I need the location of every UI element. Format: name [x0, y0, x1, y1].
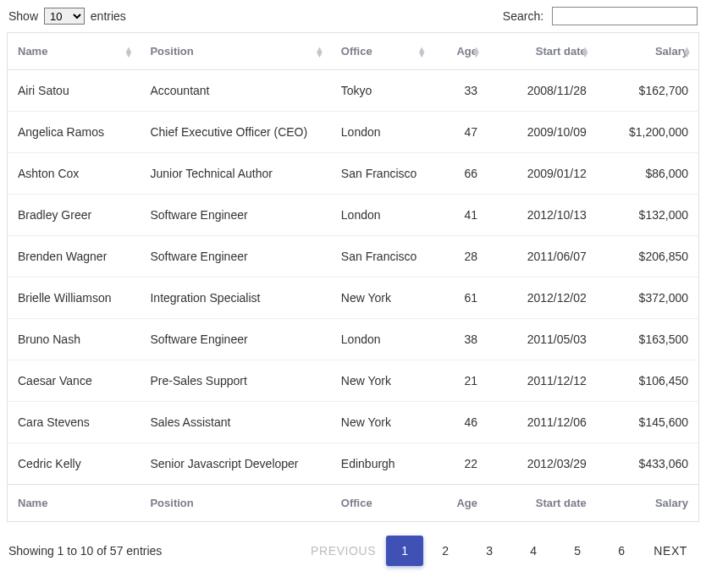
cell-age: 38: [433, 319, 488, 360]
cell-salary: $206,850: [597, 236, 699, 278]
cell-office: San Francisco: [331, 236, 433, 278]
cell-position: Senior Javascript Developer: [140, 443, 330, 485]
cell-position: Pre-Sales Support: [140, 360, 330, 402]
cell-start: 2011/06/07: [488, 236, 597, 278]
cell-age: 22: [433, 443, 488, 485]
cell-name: Brielle Williamson: [8, 278, 141, 319]
cell-name: Cara Stevens: [8, 402, 141, 443]
cell-salary: $163,500: [597, 319, 699, 360]
pagination-page-1[interactable]: 1: [386, 536, 423, 566]
table-row[interactable]: Brenden WagnerSoftware EngineerSan Franc…: [8, 236, 699, 278]
cell-salary: $372,000: [597, 278, 699, 319]
cell-salary: $1,200,000: [597, 112, 699, 153]
pagination-page-6[interactable]: 6: [599, 536, 643, 566]
sort-icon: ▲▼: [682, 47, 692, 57]
pagination-next[interactable]: NEXT: [643, 536, 698, 566]
show-label: Show: [8, 9, 38, 23]
column-footer-name: Name: [8, 485, 141, 522]
table-row[interactable]: Cedric KellySenior Javascript DeveloperE…: [8, 443, 699, 485]
column-footer-position: Position: [140, 485, 330, 522]
cell-start: 2012/10/13: [488, 195, 597, 236]
cell-office: London: [331, 112, 433, 153]
column-header-age[interactable]: Age▲▼: [433, 33, 488, 70]
cell-name: Airi Satou: [8, 70, 141, 112]
cell-office: San Francisco: [331, 153, 433, 195]
table-row[interactable]: Ashton CoxJunior Technical AuthorSan Fra…: [8, 153, 699, 195]
cell-age: 41: [433, 195, 488, 236]
column-footer-start: Start date: [488, 485, 597, 522]
table-body: Airi SatouAccountantTokyo332008/11/28$16…: [8, 70, 699, 485]
pagination-previous: PREVIOUS: [301, 536, 386, 566]
cell-salary: $433,060: [597, 443, 699, 485]
page-length-select[interactable]: 102550100: [44, 8, 85, 25]
pagination-page-3[interactable]: 3: [467, 536, 511, 566]
sort-icon: ▲▼: [315, 47, 324, 57]
sort-icon: ▲▼: [124, 47, 134, 57]
cell-start: 2009/01/12: [488, 153, 597, 195]
table-row[interactable]: Angelica RamosChief Executive Officer (C…: [8, 112, 699, 153]
cell-age: 46: [433, 402, 488, 443]
column-footer-office: Office: [331, 485, 433, 522]
cell-age: 33: [433, 70, 488, 112]
cell-office: London: [331, 319, 433, 360]
table-row[interactable]: Caesar VancePre-Sales SupportNew York212…: [8, 360, 699, 402]
cell-age: 66: [433, 153, 488, 195]
search-control: Search:: [503, 7, 698, 25]
column-footer-salary: Salary: [597, 485, 699, 522]
search-label: Search:: [503, 9, 543, 23]
table-row[interactable]: Brielle WilliamsonIntegration Specialist…: [8, 278, 699, 319]
cell-position: Sales Assistant: [140, 402, 330, 443]
table-row[interactable]: Bruno NashSoftware EngineerLondon382011/…: [8, 319, 699, 360]
column-header-label: Name: [18, 45, 47, 58]
cell-salary: $162,700: [597, 70, 699, 112]
pagination-page-2[interactable]: 2: [423, 536, 467, 566]
pagination-page-4[interactable]: 4: [511, 536, 555, 566]
column-header-label: Office: [341, 45, 372, 58]
table-row[interactable]: Cara StevensSales AssistantNew York46201…: [8, 402, 699, 443]
cell-name: Angelica Ramos: [8, 112, 141, 153]
column-header-office[interactable]: Office▲▼: [331, 33, 433, 70]
sort-icon: ▲▼: [472, 47, 481, 57]
cell-name: Bruno Nash: [8, 319, 141, 360]
cell-start: 2011/12/06: [488, 402, 597, 443]
cell-position: Software Engineer: [140, 319, 330, 360]
cell-name: Caesar Vance: [8, 360, 141, 402]
cell-office: London: [331, 195, 433, 236]
cell-office: Edinburgh: [331, 443, 433, 485]
cell-start: 2012/12/02: [488, 278, 597, 319]
column-header-start[interactable]: Start date▲▼: [488, 33, 597, 70]
cell-position: Software Engineer: [140, 195, 330, 236]
sort-icon: ▲▼: [417, 47, 427, 57]
cell-salary: $132,000: [597, 195, 699, 236]
search-input[interactable]: [552, 7, 698, 25]
cell-office: Tokyo: [331, 70, 433, 112]
cell-age: 61: [433, 278, 488, 319]
column-header-position[interactable]: Position▲▼: [140, 33, 330, 70]
cell-age: 21: [433, 360, 488, 402]
cell-position: Chief Executive Officer (CEO): [140, 112, 330, 153]
column-header-label: Position: [150, 45, 193, 58]
cell-start: 2011/05/03: [488, 319, 597, 360]
column-header-salary[interactable]: Salary▲▼: [597, 33, 699, 70]
cell-start: 2009/10/09: [488, 112, 597, 153]
page-length-control: Show 102550100 entries: [8, 8, 126, 25]
cell-office: New York: [331, 278, 433, 319]
cell-salary: $106,450: [597, 360, 699, 402]
cell-start: 2011/12/12: [488, 360, 597, 402]
pagination-page-5[interactable]: 5: [555, 536, 599, 566]
pagination: PREVIOUS123456NEXT: [178, 536, 698, 566]
cell-name: Brenden Wagner: [8, 236, 141, 278]
table-info: Showing 1 to 10 of 57 entries: [8, 544, 178, 558]
sort-icon: ▲▼: [581, 47, 590, 57]
cell-office: New York: [331, 360, 433, 402]
cell-age: 47: [433, 112, 488, 153]
cell-salary: $145,600: [597, 402, 699, 443]
table-row[interactable]: Airi SatouAccountantTokyo332008/11/28$16…: [8, 70, 699, 112]
cell-start: 2008/11/28: [488, 70, 597, 112]
column-header-name[interactable]: Name▲▼: [8, 33, 141, 70]
table-footer: NamePositionOfficeAgeStart dateSalary: [8, 485, 699, 522]
cell-start: 2012/03/29: [488, 443, 597, 485]
table-row[interactable]: Bradley GreerSoftware EngineerLondon4120…: [8, 195, 699, 236]
cell-name: Bradley Greer: [8, 195, 141, 236]
table-header: Name▲▼Position▲▼Office▲▼Age▲▼Start date▲…: [8, 33, 699, 70]
